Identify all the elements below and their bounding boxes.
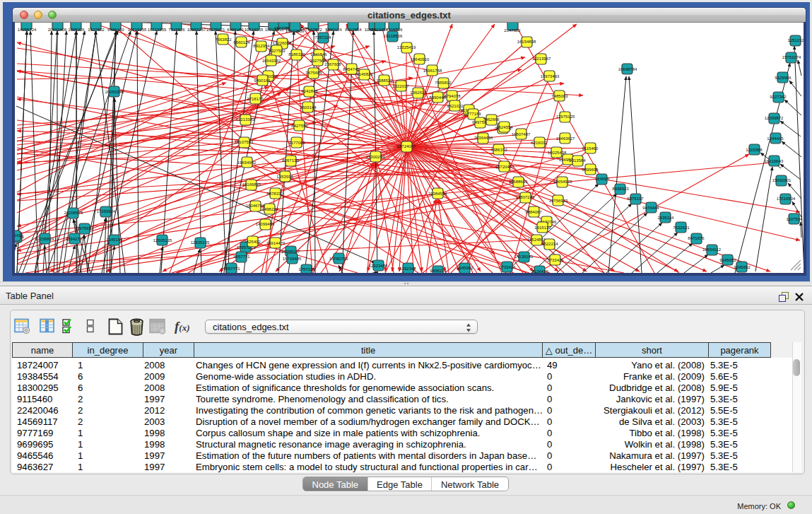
svg-text:9890161: 9890161 — [254, 78, 271, 83]
svg-text:8427552: 8427552 — [291, 124, 308, 128]
svg-text:20364436: 20364436 — [474, 136, 493, 140]
svg-text:9899695: 9899695 — [582, 168, 599, 172]
svg-text:20053346: 20053346 — [105, 90, 124, 94]
svg-text:10654112: 10654112 — [702, 247, 722, 252]
svg-text:164095: 164095 — [595, 177, 610, 181]
svg-text:16033809: 16033809 — [286, 29, 305, 33]
svg-text:1527602: 1527602 — [88, 28, 105, 32]
svg-text:19654923: 19654923 — [553, 180, 572, 184]
svg-text:2367608: 2367608 — [324, 62, 341, 66]
svg-text:9177006: 9177006 — [288, 141, 305, 145]
svg-text:9245652: 9245652 — [719, 258, 736, 262]
svg-text:16648784: 16648784 — [618, 67, 637, 71]
svg-text:1322037: 1322037 — [392, 84, 409, 88]
svg-text:2603144: 2603144 — [300, 105, 317, 110]
svg-text:1107534: 1107534 — [787, 217, 804, 221]
svg-text:16914479: 16914479 — [266, 241, 286, 245]
svg-text:16961758: 16961758 — [423, 69, 442, 73]
svg-text:17016504: 17016504 — [777, 197, 796, 201]
svg-text:16782759: 16782759 — [329, 257, 348, 261]
svg-text:8471676: 8471676 — [688, 236, 705, 240]
svg-text:12156829: 12156829 — [35, 237, 54, 241]
svg-text:18640910: 18640910 — [411, 57, 430, 62]
svg-text:19384554: 19384554 — [428, 192, 447, 196]
svg-text:2718176: 2718176 — [247, 97, 264, 101]
svg-text:7625402: 7625402 — [244, 240, 261, 244]
svg-text:6466160: 6466160 — [107, 28, 124, 32]
svg-text:9227342: 9227342 — [770, 95, 787, 99]
svg-text:1588520: 1588520 — [376, 78, 393, 83]
svg-text:8660124: 8660124 — [233, 40, 250, 45]
svg-text:9327503: 9327503 — [269, 49, 286, 53]
svg-text:7386372: 7386372 — [490, 148, 507, 152]
svg-text:9146821: 9146821 — [356, 72, 373, 76]
svg-text:16046766: 16046766 — [246, 204, 265, 208]
svg-text:1757223: 1757223 — [298, 267, 315, 271]
svg-text:8454749: 8454749 — [343, 67, 360, 71]
svg-text:12923488: 12923488 — [369, 264, 388, 268]
svg-text:12942737: 12942737 — [66, 237, 85, 241]
svg-text:19975657: 19975657 — [75, 226, 94, 230]
svg-text:9777169: 9777169 — [464, 112, 481, 116]
svg-text:17359924: 17359924 — [97, 209, 116, 214]
svg-text:2522214: 2522214 — [541, 242, 558, 246]
svg-text:19166825: 19166825 — [242, 182, 261, 187]
svg-text:9657771: 9657771 — [233, 255, 250, 259]
svg-text:10653267: 10653267 — [187, 28, 206, 32]
svg-text:16713355: 16713355 — [148, 28, 167, 32]
svg-text:16107553: 16107553 — [235, 140, 254, 144]
svg-text:8912954: 8912954 — [345, 28, 362, 32]
svg-text:12505135: 12505135 — [191, 240, 210, 245]
svg-text:1065326: 1065326 — [68, 28, 85, 32]
svg-text:7462666: 7462666 — [483, 117, 500, 122]
svg-text:12975125: 12975125 — [556, 115, 575, 119]
svg-text:10719155: 10719155 — [128, 28, 147, 32]
svg-text:15300293: 15300293 — [366, 155, 385, 159]
svg-text:20691406: 20691406 — [48, 28, 67, 32]
svg-text:9458213: 9458213 — [430, 269, 447, 273]
svg-text:8878332: 8878332 — [266, 192, 283, 196]
svg-text:12505135: 12505135 — [153, 238, 172, 243]
svg-text:9245652: 9245652 — [734, 265, 751, 269]
svg-text:10973493: 10973493 — [541, 74, 560, 78]
svg-text:18724007: 18724007 — [397, 144, 416, 148]
svg-text:15692901: 15692901 — [772, 178, 792, 182]
svg-text:10807487: 10807487 — [512, 132, 531, 136]
svg-text:6794078: 6794078 — [444, 94, 461, 98]
svg-text:1145194: 1145194 — [107, 238, 124, 242]
svg-text:12213967: 12213967 — [532, 57, 551, 61]
svg-text:6216012: 6216012 — [531, 141, 548, 145]
svg-text:16210643: 16210643 — [765, 159, 784, 163]
svg-text:15720407: 15720407 — [495, 165, 514, 169]
svg-text:9313584: 9313584 — [569, 158, 586, 163]
svg-text:14099489: 14099489 — [256, 222, 275, 226]
svg-text:3915411: 3915411 — [15, 233, 23, 238]
svg-text:7663822: 7663822 — [305, 28, 322, 32]
svg-text:9115460: 9115460 — [582, 146, 599, 151]
svg-text:19654982: 19654982 — [237, 160, 257, 165]
svg-text:19756923: 19756923 — [549, 199, 568, 203]
svg-text:8186323: 8186323 — [288, 52, 305, 57]
svg-text:15716485: 15716485 — [283, 257, 302, 261]
svg-text:15276021: 15276021 — [206, 28, 225, 32]
svg-text:16543362: 16543362 — [262, 59, 281, 63]
svg-text:1353594: 1353594 — [276, 175, 293, 179]
svg-text:10719155: 10719155 — [245, 28, 264, 32]
svg-text:8813054: 8813054 — [371, 28, 388, 32]
svg-text:2935114: 2935114 — [658, 216, 675, 220]
svg-text:18807249: 18807249 — [516, 195, 535, 199]
svg-text:7485063: 7485063 — [551, 94, 568, 98]
svg-text:1362615: 1362615 — [410, 90, 427, 95]
svg-text:19463627: 19463627 — [556, 136, 575, 141]
svg-text:14055724: 14055724 — [18, 28, 37, 32]
svg-text:7663822: 7663822 — [215, 37, 232, 42]
svg-text:3675685: 3675685 — [305, 71, 322, 75]
svg-text:12093872: 12093872 — [765, 116, 784, 120]
svg-text:14136141: 14136141 — [514, 255, 534, 259]
svg-text:7632621: 7632621 — [673, 226, 690, 230]
svg-text:6466160: 6466160 — [227, 28, 244, 32]
svg-text:9134410: 9134410 — [531, 269, 548, 273]
svg-text:6879197: 6879197 — [627, 197, 644, 201]
svg-text:19218506: 19218506 — [384, 34, 403, 38]
svg-text:3624554: 3624554 — [496, 125, 513, 129]
